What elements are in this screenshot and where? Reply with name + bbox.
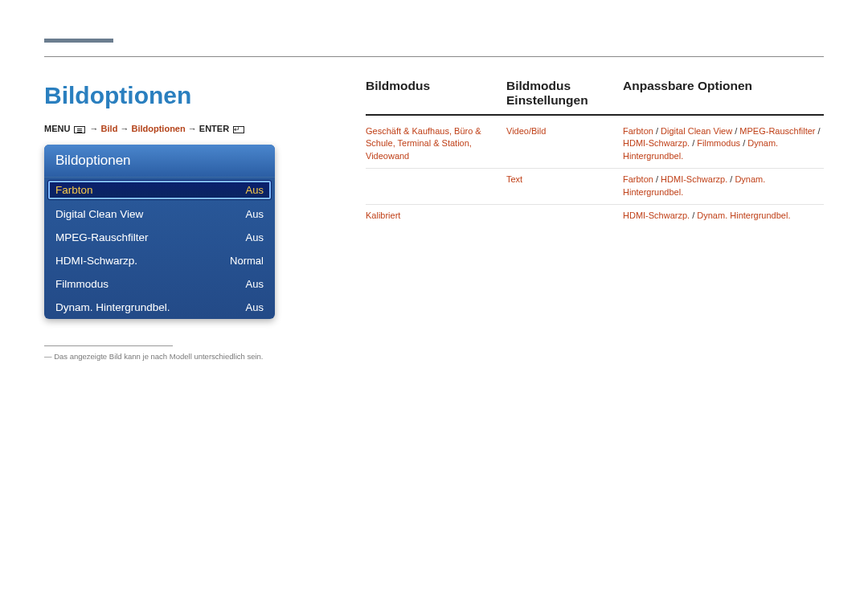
breadcrumb-seg2: Bildoptionen bbox=[131, 124, 185, 133]
breadcrumb-enter: ENTER bbox=[199, 124, 229, 133]
options-table: Bildmodus Bildmodus Einstellungen Anpass… bbox=[366, 79, 824, 227]
table-cell-optionen: HDMI-Schwarzp. / Dynam. Hintergrundbel. bbox=[623, 210, 824, 223]
osd-row-label: Digital Clean View bbox=[55, 208, 143, 220]
table-cell-einstellungen bbox=[506, 210, 623, 223]
breadcrumb-menu: MENU bbox=[44, 124, 70, 133]
osd-row-value: Aus bbox=[246, 208, 264, 220]
footnote: ― Das angezeigte Bild kann je nach Model… bbox=[44, 352, 264, 361]
osd-row[interactable]: MPEG-RauschfilterAus bbox=[44, 226, 275, 249]
osd-row-value: Aus bbox=[246, 278, 264, 290]
osd-rows: FarbtonAusDigital Clean ViewAusMPEG-Raus… bbox=[44, 180, 275, 319]
page-tab-marker bbox=[44, 39, 113, 43]
osd-row-value: Aus bbox=[246, 301, 264, 313]
osd-row-value: Normal bbox=[230, 255, 264, 267]
table-row: Geschäft & Kaufhaus, Büro & Schule, Term… bbox=[366, 121, 824, 169]
breadcrumb: MENU → Bild → Bildoptionen → ENTER bbox=[44, 124, 246, 133]
table-header-c2: Bildmodus Einstellungen bbox=[506, 79, 623, 108]
osd-header: Bildoptionen bbox=[44, 145, 275, 178]
enter-icon bbox=[233, 126, 244, 133]
table-body: Geschäft & Kaufhaus, Büro & Schule, Term… bbox=[366, 121, 824, 228]
table-row: KalibriertHDMI-Schwarzp. / Dynam. Hinter… bbox=[366, 204, 824, 227]
osd-row[interactable]: Dynam. Hintergrundbel.Aus bbox=[44, 296, 275, 319]
table-cell-einstellungen: Video/Bild bbox=[506, 125, 623, 164]
table-cell-bildmodus: Kalibriert bbox=[366, 210, 506, 223]
menu-icon bbox=[74, 126, 85, 133]
osd-row-value: Aus bbox=[246, 184, 264, 196]
arrow-icon: → bbox=[120, 124, 131, 133]
table-cell-optionen: Farbton / Digital Clean View / MPEG-Raus… bbox=[623, 125, 824, 164]
table-header-c3: Anpassbare Optionen bbox=[623, 79, 824, 108]
osd-row-label: MPEG-Rauschfilter bbox=[55, 231, 149, 243]
osd-row[interactable]: HDMI-Schwarzp.Normal bbox=[44, 249, 275, 272]
footnote-rule bbox=[44, 345, 173, 346]
osd-row-label: Dynam. Hintergrundbel. bbox=[55, 301, 170, 313]
osd-row-label: HDMI-Schwarzp. bbox=[55, 255, 137, 267]
arrow-icon: → bbox=[90, 124, 101, 133]
top-rule bbox=[44, 56, 824, 57]
osd-panel: Bildoptionen FarbtonAusDigital Clean Vie… bbox=[44, 145, 275, 319]
osd-row-value: Aus bbox=[246, 231, 264, 243]
osd-row-label: Filmmodus bbox=[55, 278, 108, 290]
table-cell-bildmodus bbox=[366, 174, 506, 199]
table-cell-optionen: Farbton / HDMI-Schwarzp. / Dynam. Hinter… bbox=[623, 174, 824, 199]
table-row: TextFarbton / HDMI-Schwarzp. / Dynam. Hi… bbox=[366, 168, 824, 204]
osd-row[interactable]: Digital Clean ViewAus bbox=[44, 202, 275, 226]
arrow-icon: → bbox=[188, 124, 199, 133]
table-rule bbox=[366, 114, 824, 116]
table-cell-bildmodus: Geschäft & Kaufhaus, Büro & Schule, Term… bbox=[366, 125, 506, 164]
osd-row-label: Farbton bbox=[55, 184, 93, 196]
osd-row[interactable]: FarbtonAus bbox=[47, 180, 272, 200]
osd-row[interactable]: FilmmodusAus bbox=[44, 272, 275, 296]
breadcrumb-seg1: Bild bbox=[101, 124, 118, 133]
table-header-c1: Bildmodus bbox=[366, 79, 506, 108]
table-header-row: Bildmodus Bildmodus Einstellungen Anpass… bbox=[366, 79, 824, 114]
table-cell-einstellungen: Text bbox=[506, 174, 623, 199]
section-title: Bildoptionen bbox=[44, 82, 191, 109]
